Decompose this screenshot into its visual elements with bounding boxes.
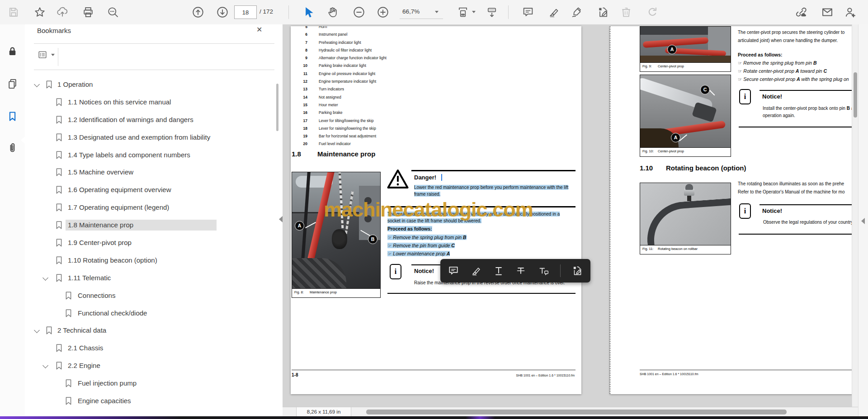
- chevron-down-icon[interactable]: [34, 328, 40, 334]
- bookmark-item[interactable]: 1.5 Machine overview: [25, 164, 279, 181]
- share-link-icon[interactable]: [795, 6, 807, 19]
- bookmark-item[interactable]: 1.2 Identification of warnings and dange…: [25, 111, 279, 129]
- add-comment-icon[interactable]: [448, 265, 459, 277]
- step-1: ☞ Remove the spring plug from pin B: [387, 235, 467, 240]
- bookmark-item[interactable]: Connections: [25, 287, 279, 305]
- bookmark-options-button[interactable]: [38, 50, 57, 63]
- legend-row: 7 Preheating indicator light: [292, 39, 563, 47]
- collapse-tools-arrow[interactable]: [861, 218, 865, 224]
- horizontal-scrollbar-thumb[interactable]: [366, 410, 787, 414]
- bookmark-item[interactable]: 2.1 Chassis: [25, 339, 279, 357]
- zoom-in-icon[interactable]: [377, 6, 389, 19]
- signature-pen-icon[interactable]: [571, 6, 583, 19]
- fill-sign-icon[interactable]: [597, 6, 609, 19]
- search-icon[interactable]: [107, 6, 119, 19]
- collapse-panel-arrow[interactable]: [279, 216, 283, 222]
- bookmark-label: 2 Technical data: [55, 325, 110, 336]
- footer-doc-ref: SHB 1001 en – Edition 1.6 * 10015110.fm: [640, 372, 698, 376]
- danger-body-line1: Lower the red maintenance prop before yo…: [414, 185, 568, 190]
- next-page-icon[interactable]: [216, 6, 229, 19]
- legend-row: 5 Horn: [292, 26, 563, 31]
- bookmark-item[interactable]: Functional check/diode: [25, 305, 279, 322]
- chevron-down-icon[interactable]: [34, 81, 40, 87]
- bookmarks-panel: Bookmarks ✕ 1 Operation 1.1 Notices on t…: [25, 24, 283, 416]
- panel-scrollbar[interactable]: [276, 84, 278, 131]
- bookmarks-panel-icon[interactable]: [6, 110, 19, 122]
- step-2: ☞ Rotate center-pivot prop A toward pin …: [738, 68, 827, 74]
- para1-line1: The center-pivot prop secures the steeri…: [738, 30, 844, 35]
- lock-icon[interactable]: [6, 45, 19, 57]
- bookmark-item[interactable]: 1.7 Operating equipment (legend): [25, 199, 279, 217]
- bookmark-icon: [55, 256, 63, 265]
- zoom-dropdown-caret[interactable]: [435, 11, 439, 13]
- bookmark-icon: [55, 115, 63, 124]
- close-icon[interactable]: ✕: [256, 25, 262, 34]
- bookmark-label: 1.5 Machine overview: [66, 167, 137, 178]
- section-heading-number: 1.8: [292, 150, 301, 158]
- legend-number: 5: [292, 26, 307, 29]
- vertical-scrollbar[interactable]: [852, 24, 859, 407]
- bookmark-item[interactable]: 1.11 Telematic: [25, 269, 279, 287]
- bookmark-item[interactable]: 1.3 Designated use and exemption from li…: [25, 129, 279, 146]
- notice2-bottom-rule: [739, 234, 852, 235]
- bookmark-item[interactable]: Fuel injection pump: [25, 375, 279, 392]
- figure-10-photo: C A: [640, 75, 731, 149]
- chevron-down-icon[interactable]: [42, 363, 48, 368]
- zoom-out-icon[interactable]: [353, 6, 365, 19]
- figure-9-photo: A: [640, 27, 731, 64]
- bookmark-icon: [55, 203, 63, 212]
- hand-tool-icon[interactable]: [326, 6, 339, 19]
- fit-width-icon[interactable]: [457, 6, 469, 19]
- bookmark-label: 1.9 Center-pivot prop: [66, 237, 136, 248]
- bookmark-item[interactable]: 1.10 Rotating beacon (option): [25, 252, 279, 269]
- attachments-icon[interactable]: [6, 142, 19, 154]
- zoom-level-value[interactable]: 66,7%: [402, 8, 420, 15]
- panel-divider: [34, 43, 274, 44]
- scrolling-mode-icon[interactable]: [486, 6, 498, 19]
- label-badge-a: A: [295, 221, 304, 231]
- highlight-text-icon[interactable]: [470, 265, 482, 277]
- comment-icon[interactable]: [522, 6, 534, 19]
- underline-text-icon[interactable]: [493, 265, 505, 277]
- bookmark-item[interactable]: Engine capacities: [25, 392, 279, 410]
- bookmark-icon: [55, 151, 63, 160]
- figure-9-caption: Fig. 9:Center-pivot prop: [640, 62, 731, 71]
- bookmark-item[interactable]: 1.8 Maintenance prop: [25, 217, 279, 234]
- legend-label: Hydraulic oil filter indicator light: [319, 48, 372, 52]
- notice-icon: i: [739, 203, 751, 219]
- text-comment-icon[interactable]: [538, 265, 549, 277]
- legend-number: 17: [292, 118, 307, 123]
- email-icon[interactable]: [821, 6, 834, 19]
- bookmark-item[interactable]: 1 Operation: [25, 76, 279, 94]
- previous-page-icon[interactable]: [192, 6, 204, 19]
- bookmark-item[interactable]: 1.1 Notices on this service manual: [25, 94, 279, 111]
- save-icon[interactable]: [7, 6, 20, 19]
- bookmark-item[interactable]: 1.6 Operating equipment overview: [25, 181, 279, 199]
- quickbar-divider: [560, 264, 561, 277]
- highlighter-icon[interactable]: [547, 6, 560, 19]
- delete-icon: [620, 6, 632, 19]
- para2-line2: Refer to the Operator's Manual of the ma…: [738, 189, 844, 194]
- star-icon[interactable]: [33, 6, 46, 19]
- share-cloud-icon[interactable]: [56, 6, 69, 19]
- legend-number: 7: [292, 40, 307, 45]
- bookmark-item[interactable]: 2.2 Engine: [25, 357, 279, 375]
- strikethrough-text-icon[interactable]: [515, 265, 527, 277]
- legend-label: Engine oil pressure indicator light: [319, 71, 375, 76]
- page-number-input[interactable]: [234, 5, 257, 19]
- scrollbar-thumb[interactable]: [854, 72, 857, 118]
- bookmark-item[interactable]: 1.9 Center-pivot prop: [25, 234, 279, 252]
- proceed-label: Proceed as follows:: [387, 226, 432, 231]
- fit-dropdown-caret[interactable]: [472, 11, 476, 13]
- chevron-down-icon[interactable]: [42, 275, 48, 281]
- select-tool-icon[interactable]: [302, 6, 315, 19]
- legend-row: 12 Engine temperature indicator light: [292, 78, 563, 86]
- add-user-icon[interactable]: [844, 6, 856, 19]
- bookmark-item[interactable]: 1.4 Type labels and component numbers: [25, 146, 279, 164]
- print-icon[interactable]: [82, 6, 94, 19]
- bookmark-item[interactable]: 2 Technical data: [25, 322, 279, 339]
- bookmark-label: 1.3 Designated use and exemption from li…: [66, 132, 214, 143]
- fill-sign-icon[interactable]: [571, 265, 583, 277]
- legend-number: 16: [292, 110, 307, 115]
- pages-icon[interactable]: [6, 78, 19, 90]
